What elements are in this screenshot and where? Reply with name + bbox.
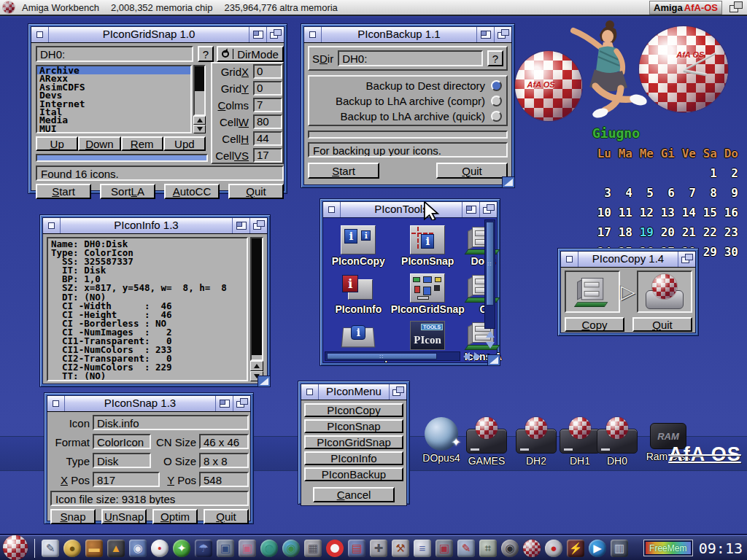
picongridsnap-button[interactable]: PIconGridSnap: [304, 435, 403, 449]
hammer-disk-icon[interactable]: ⚒: [392, 540, 409, 557]
notepad-icon[interactable]: ≡: [414, 540, 431, 557]
sortla-button[interactable]: SortLA: [100, 184, 155, 199]
monitor-red-icon[interactable]: ▣: [436, 540, 453, 557]
upd-button[interactable]: Upd: [163, 136, 206, 151]
piconmenu-title-bar[interactable]: PIconMenu: [301, 384, 407, 400]
list-item-mui[interactable]: MUI: [37, 125, 190, 133]
zoom-gadget[interactable]: [249, 27, 266, 42]
start-menu-ball[interactable]: [3, 535, 28, 560]
close-gadget[interactable]: [31, 27, 49, 42]
y-pos-field[interactable]: 548: [199, 472, 249, 487]
icon-folder-list[interactable]: ArchiveARexxAsimCDFSDevsInternetItalMedi…: [36, 65, 192, 133]
cellvs-field[interactable]: 17: [253, 148, 282, 163]
scroll-right-arrow[interactable]: [472, 351, 483, 361]
close-gadget[interactable]: [304, 27, 322, 42]
window-pen-icon[interactable]: ✎: [457, 540, 475, 557]
help-button[interactable]: ?: [487, 50, 503, 66]
depth-gadget[interactable]: [249, 218, 267, 233]
unsnap-button[interactable]: UnSnap: [101, 509, 147, 524]
tool-icon-piconsnap[interactable]: iPIconSnap: [391, 219, 465, 267]
scroll-down-arrow[interactable]: [484, 340, 495, 351]
piconbackup-button[interactable]: PIconBackup: [304, 467, 403, 481]
start-button[interactable]: Start: [308, 163, 379, 179]
cd-red-icon[interactable]: ●: [545, 540, 562, 557]
depth-gadget[interactable]: [389, 384, 406, 400]
list-item-media[interactable]: Media: [37, 116, 190, 124]
quit-button[interactable]: Quit: [204, 509, 249, 524]
cellh-field[interactable]: 44: [253, 131, 282, 146]
desktop-icon-dopus4[interactable]: ✦DOpus4: [418, 417, 465, 464]
radio-backup-to-lha-archive-quick[interactable]: [491, 111, 502, 122]
monitor-clock-icon[interactable]: ▣: [217, 540, 234, 557]
picontools-title-bar[interactable]: PIconTools: [322, 201, 498, 217]
resize-gadget[interactable]: [502, 176, 515, 188]
earth-globe-icon[interactable]: ◉: [282, 540, 300, 557]
depth-gadget[interactable]: [678, 252, 695, 267]
close-gadget[interactable]: [301, 384, 319, 400]
freemem-widget[interactable]: FreeMem: [643, 540, 693, 556]
vertical-scrollbar[interactable]: ∷: [484, 219, 495, 329]
rem-button[interactable]: Rem: [121, 136, 163, 151]
up-button[interactable]: Up: [36, 136, 78, 151]
horizontal-scrollbar[interactable]: ∷: [325, 351, 460, 361]
zoom-gadget[interactable]: [232, 218, 249, 233]
piconcopy-title-bar[interactable]: PIconCopy 1.4: [560, 251, 696, 267]
lightning-icon[interactable]: ⚡: [567, 540, 584, 557]
dest-icon-well[interactable]: [637, 271, 692, 313]
gray-blocks-icon[interactable]: ▦: [304, 540, 322, 557]
close-gadget[interactable]: [47, 396, 65, 411]
copy-button[interactable]: Copy: [565, 317, 624, 332]
scroll-up-arrow[interactable]: [193, 116, 206, 125]
source-icon-well[interactable]: [565, 271, 620, 313]
list-scroll-arrows[interactable]: [193, 116, 206, 133]
tool-icon-piconinfo[interactable]: iPIconInfo: [326, 267, 391, 314]
umbrella-icon[interactable]: ☂: [195, 540, 212, 557]
lifesaver-icon[interactable]: [326, 540, 344, 557]
teal-globe-icon[interactable]: ◍: [260, 540, 278, 557]
icon-name-field[interactable]: Disk.info: [93, 415, 249, 430]
close-gadget[interactable]: [561, 252, 578, 267]
dirmode-button[interactable]: DirMode: [217, 46, 284, 62]
tool-gray-icon[interactable]: ✚: [370, 540, 387, 557]
piconinfo-button[interactable]: PIconInfo: [304, 451, 403, 465]
monitor-pink-icon[interactable]: ▣: [239, 540, 256, 557]
resize-gadget[interactable]: [487, 354, 500, 366]
dark-folder-icon[interactable]: ▲: [107, 540, 125, 557]
piconbackup-title-bar[interactable]: PIconBackup 1.1: [303, 26, 512, 42]
close-gadget[interactable]: [323, 202, 341, 217]
resize-gadget[interactable]: [258, 376, 271, 387]
screen-title-bar[interactable]: Amiga Workbench 2,008,352 memoria chip 2…: [0, 0, 747, 16]
quit-button[interactable]: Quit: [632, 317, 692, 332]
close-gadget[interactable]: [43, 218, 61, 233]
scroll-up-arrow[interactable]: [484, 329, 495, 340]
colms-field[interactable]: 7: [253, 98, 282, 112]
tool-icon-piconcopy[interactable]: iiPIconCopy: [326, 219, 391, 267]
zoom-gadget[interactable]: [462, 202, 479, 217]
info-scrollbar[interactable]: [250, 237, 263, 361]
white-ball-icon[interactable]: •: [151, 540, 169, 557]
scrollbar-thumb[interactable]: ∷: [486, 222, 494, 306]
app-window-icon[interactable]: ▤: [348, 540, 365, 557]
play-sphere-icon[interactable]: ▶: [589, 540, 606, 557]
down-button[interactable]: Down: [78, 136, 120, 151]
x-pos-field[interactable]: 817: [93, 472, 160, 487]
cancel-button[interactable]: Cancel: [313, 487, 395, 502]
tool-icon-c[interactable]: C: [465, 267, 502, 314]
scrollbar-thumb[interactable]: [252, 238, 262, 355]
piconcopy-button[interactable]: PIconCopy: [304, 403, 403, 417]
list-scrollbar[interactable]: [193, 65, 206, 116]
scrollbar-thumb[interactable]: [195, 66, 204, 91]
zoom-gadget[interactable]: [215, 396, 233, 411]
desktop-icon-dh2[interactable]: DH2: [513, 417, 560, 467]
picongridsnap-title-bar[interactable]: PIconGridSnap 1.0: [31, 26, 285, 42]
calculator-icon[interactable]: ⌗: [479, 540, 497, 557]
cd-gold-icon[interactable]: ●: [63, 540, 81, 557]
zoom-gadget[interactable]: [476, 27, 494, 42]
autocc-button[interactable]: AutoCC: [164, 184, 220, 199]
optim-button[interactable]: Optim: [152, 509, 198, 524]
sdir-input[interactable]: DH0:: [338, 50, 483, 66]
scroll-left-arrow[interactable]: [461, 351, 472, 361]
quit-button[interactable]: Quit: [228, 184, 284, 199]
cellw-field[interactable]: 80: [253, 114, 282, 129]
speaker-icon[interactable]: ◉: [501, 540, 519, 557]
